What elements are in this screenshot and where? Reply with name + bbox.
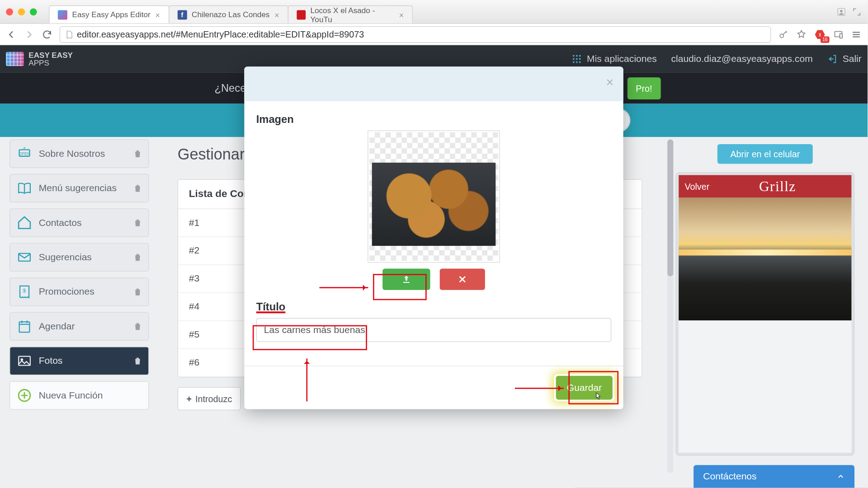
phone-hero-image [679,198,851,321]
my-apps-label: Mis aplicaciones [587,54,657,65]
trash-icon[interactable] [133,218,142,227]
logout-label: Salir [843,54,862,65]
scrollbar-track[interactable] [667,139,673,473]
book-icon [16,180,33,197]
svg-point-13 [579,61,581,63]
youtube-icon [297,10,306,19]
svg-point-1 [840,9,842,12]
tab-youtube[interactable]: Locos X el Asado - YouTu × [288,5,413,23]
logo[interactable]: EASY EASY APPS [6,51,73,66]
subheader-text: ¿Nece [214,82,246,94]
zoom-window-icon[interactable] [30,8,37,15]
receipt-icon: $ [16,283,33,300]
trash-icon[interactable] [133,183,142,193]
svg-rect-4 [840,33,842,38]
upload-icon [401,274,412,285]
svg-rect-18 [19,322,30,332]
svg-point-8 [573,58,575,60]
svg-point-5 [573,55,575,57]
svg-text:$: $ [23,288,26,293]
contact-label: Contáctenos [703,471,756,482]
phone-brand: Grillz [709,178,845,195]
sidebar-item-promotions[interactable]: $ Promociones [9,277,149,306]
traffic-lights [6,8,37,15]
scrollbar-thumb[interactable] [667,139,673,276]
sidebar-item-about[interactable]: OPEN Sobre Nosotros [9,139,149,168]
modal-footer: Guardar [244,366,623,409]
tab-facebook[interactable]: f Chilenazo Las Condes × [169,5,288,23]
svg-point-7 [579,55,581,57]
phone-back-button[interactable]: Volver [684,181,709,191]
sidebar-item-photos[interactable]: Fotos [9,347,149,375]
browser-toolbar: editor.easyeasyapps.net/#MenuEntryPlace:… [0,24,868,45]
svg-point-11 [573,61,575,63]
logo-text-2: APPS [28,59,73,66]
trash-icon[interactable] [133,253,142,262]
open-on-phone-button[interactable]: Abrir en el celular [717,144,813,164]
extension-device-icon[interactable] [833,29,844,40]
close-tab-icon[interactable]: × [274,10,279,19]
trash-icon[interactable] [133,322,142,331]
expand-icon[interactable] [852,7,862,16]
tab-title: Easy Easy Apps Editor [72,10,150,19]
plus-icon: + [187,394,192,404]
window-controls-right [836,7,861,16]
address-bar[interactable]: editor.easyeasyapps.net/#MenuEntryPlace:… [60,26,771,42]
my-apps-link[interactable]: Mis aplicaciones [571,54,657,65]
sidebar-item-label: Menú sugerencias [39,183,117,194]
reload-button[interactable] [42,29,52,40]
sidebar-item-menu[interactable]: Menú sugerencias [9,174,149,202]
sidebar-item-label: Nueva Función [39,390,103,401]
title-section-label: Título [256,301,612,314]
trash-icon[interactable] [133,149,142,159]
close-tab-icon[interactable]: × [399,10,404,19]
bookmark-star-icon[interactable] [796,29,807,40]
user-silhouette-icon[interactable] [836,7,846,16]
page-icon [65,30,73,38]
key-icon[interactable] [778,29,789,40]
facebook-icon: f [177,10,187,19]
tab-title: Locos X el Asado - YouTu [310,6,394,24]
mail-icon [16,249,33,266]
sidebar-item-label: Promociones [39,286,94,297]
favicon-icon [58,10,67,19]
sidebar-item-new[interactable]: Nueva Función [9,381,149,410]
sidebar-item-contacts[interactable]: Contactos [9,208,149,237]
trash-icon[interactable] [133,287,142,296]
sidebar-item-suggestions[interactable]: Sugerencias [9,243,149,272]
minimize-window-icon[interactable] [18,8,25,15]
phone-content [679,320,851,453]
adblock-icon[interactable] [814,28,826,40]
chrome-menu-icon[interactable] [851,29,862,40]
title-input[interactable] [256,318,612,342]
user-email-link[interactable]: claudio.diaz@easyeasyapps.com [671,54,812,65]
svg-rect-16 [19,253,30,261]
svg-point-2 [780,34,783,38]
close-modal-icon[interactable]: × [606,75,614,90]
sidebar-item-label: Agendar [39,321,75,332]
close-window-icon[interactable] [6,8,13,15]
x-icon [458,275,467,284]
home-icon [16,214,33,231]
trash-icon[interactable] [133,356,142,366]
pro-button[interactable]: Pro! [627,77,660,99]
forward-button[interactable] [24,29,35,40]
browser-tabs: Easy Easy Apps Editor × f Chilenazo Las … [49,0,412,23]
save-button[interactable]: Guardar [556,376,613,400]
transparency-grid [369,132,498,261]
contact-widget[interactable]: Contáctenos [693,465,854,488]
close-tab-icon[interactable]: × [155,10,160,19]
logout-link[interactable]: Salir [827,54,861,65]
delete-image-button[interactable] [440,268,485,290]
upload-image-button[interactable] [382,268,430,290]
photo-icon [16,352,33,369]
edit-image-modal: × Imagen Título Guardar [244,67,623,409]
sidebar-item-schedule[interactable]: Agendar [9,312,149,341]
back-button[interactable] [6,29,17,40]
svg-point-12 [576,61,578,63]
tab-easyeasyapps[interactable]: Easy Easy Apps Editor × [49,5,169,23]
open-sign-icon: OPEN [16,145,33,162]
add-content-button[interactable]: + Introduzc [178,387,241,410]
svg-point-9 [576,58,578,60]
logo-text-1: EASY EASY [28,51,73,59]
